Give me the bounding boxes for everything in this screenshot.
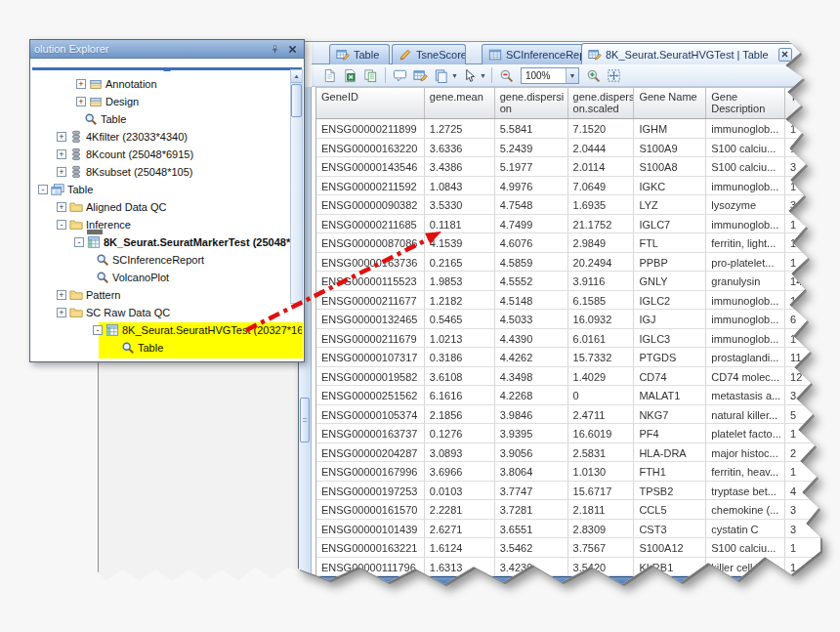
expand-icon[interactable]: + [57, 149, 66, 159]
pages-icon[interactable] [432, 66, 450, 85]
column-header-geneid[interactable]: GeneID [316, 88, 425, 118]
column-header-gene-mean[interactable]: gene.mean [425, 88, 495, 118]
expand-icon[interactable]: + [57, 308, 66, 317]
column-header-gene-dispersi-on[interactable]: gene.dispersi on [495, 88, 568, 118]
table-horizontal-scrollbar[interactable] [312, 576, 835, 588]
collapse-icon[interactable]: - [74, 237, 84, 247]
column-header-gene-dispersi-on-scaled[interactable]: gene.dispersi on.scaled [568, 88, 635, 118]
table-row[interactable]: ENSG000002116850.11814.749921.1752IGLC7i… [316, 215, 835, 234]
zoom-in-icon[interactable] [584, 66, 603, 85]
cursor-dropdown-icon[interactable]: ▼ [480, 72, 486, 79]
expand-icon[interactable]: + [76, 79, 86, 89]
expand-icon[interactable]: + [57, 132, 66, 142]
table-row[interactable]: ENSG000001637370.12763.939516.6019PF4pla… [316, 424, 835, 443]
tree-item-8ksubset-25048-105[interactable]: +8Ksubset (25048*105) [30, 163, 304, 181]
tree-item-table[interactable]: -Table [30, 181, 304, 198]
table-cell: CD74 [634, 367, 706, 386]
column-header-gene-description[interactable]: Gene Description [706, 88, 785, 118]
tree-item-4kfilter-23033-4340[interactable]: +4Kfilter (23033*4340) [30, 128, 304, 146]
expand-icon[interactable]: + [57, 290, 66, 300]
grid-pencil-icon[interactable] [411, 66, 430, 85]
table-cell: 1.0213 [425, 329, 495, 348]
table-row[interactable]: ENSG000001155231.98534.55523.9116GNLYgra… [316, 272, 835, 291]
tree-item-8k-seurat-seurathvgtest-20327-16[interactable]: -8K_Seurat.SeuratHVGTest (20327*16) [30, 321, 304, 339]
tree-item-table[interactable]: Table [30, 339, 304, 357]
fit-window-icon[interactable] [605, 66, 623, 85]
close-icon[interactable] [285, 42, 300, 57]
table-row[interactable]: ENSG000002115921.08434.99767.0649IGKCimm… [316, 177, 835, 196]
tab-8k-seurat-seurathvgtest-table[interactable]: 8K_Seurat.SeuratHVGTest | Table [581, 43, 813, 64]
table-row[interactable]: ENSG000002515626.16164.22680MALAT1metast… [316, 386, 835, 405]
tab-table[interactable]: Table [329, 44, 390, 64]
table-cell: tryptase bet... [706, 482, 785, 500]
pin-icon[interactable] [268, 42, 282, 57]
table-cell: 1 [785, 558, 835, 576]
table-row[interactable]: ENSG000001632211.61243.54623.7567S100A12… [316, 538, 835, 558]
table-cell: 3.5330 [425, 195, 495, 214]
vertical-scrollbar-thumb[interactable] [300, 398, 310, 442]
pages-dropdown-icon[interactable]: ▼ [451, 72, 458, 79]
table-cell: 3 [785, 386, 835, 404]
tree-item-inference[interactable]: -Inference [30, 216, 304, 233]
tab-close-icon[interactable] [778, 48, 792, 62]
table-row[interactable]: ENSG000001679963.69663.80641.0130FTH1fer… [316, 462, 835, 482]
solution-explorer-header[interactable]: olution Explorer [30, 40, 304, 59]
table-row[interactable]: ENSG000000870864.15394.60762.9849FTLferr… [316, 233, 835, 253]
table-row[interactable]: ENSG000002116791.02134.43906.0161IGLC3im… [316, 329, 835, 349]
new-page-icon[interactable] [320, 66, 339, 85]
tab-scinferencereport[interactable]: SCInferenceReport [482, 44, 583, 64]
table-row[interactable]: ENSG000001632203.63365.24392.0444S100A9S… [316, 139, 835, 158]
combobox-dropdown-icon[interactable]: ▼ [566, 68, 578, 83]
expand-icon[interactable]: + [57, 202, 66, 212]
table-cell: immunoglob... [706, 310, 785, 328]
table-cell: 3.6966 [425, 462, 495, 481]
tree-item-table[interactable]: Table [30, 110, 304, 128]
export-excel-icon[interactable] [341, 66, 359, 85]
column-header-tra[interactable]: Tra [785, 88, 835, 118]
tree-scrollbar-thumb[interactable] [291, 84, 302, 117]
tree-item-pattern[interactable]: +Pattern [30, 286, 304, 304]
table-row[interactable]: ENSG000001324650.54654.503316.0932IGJimm… [316, 310, 835, 329]
collapse-icon[interactable]: - [57, 220, 66, 230]
table-cell: 1.0843 [425, 177, 495, 195]
table-row[interactable]: ENSG000000195823.61084.34981.4029CD74CD7… [316, 367, 835, 387]
table-row[interactable]: ENSG000001435463.43865.19772.0114S100A8S… [316, 157, 835, 177]
table-row[interactable]: ENSG000002042873.08933.90562.5831HLA-DRA… [316, 443, 835, 463]
table-cell: 1 [785, 215, 835, 233]
scrollbar-up-arrow[interactable]: ▲ [291, 70, 302, 83]
table-cell: IGJ [634, 310, 706, 328]
collapse-icon[interactable]: - [38, 185, 48, 194]
zoom-level-combobox[interactable]: 100%▼ [521, 67, 579, 84]
table-row[interactable]: ENSG000001053742.18563.98462.4711NKG7nat… [316, 405, 835, 425]
cursor-icon[interactable] [460, 66, 479, 85]
tree-item-scinferencereport[interactable]: SCInferenceReport [30, 251, 304, 269]
table-row[interactable]: ENSG000002118991.27255.58417.1520IGHMimm… [316, 119, 835, 139]
table-cell: ENSG00000211679 [316, 329, 425, 348]
table-row[interactable]: ENSG000001014392.62713.65512.8309CST3cys… [316, 520, 835, 539]
table-row[interactable]: ENSG000001073170.31864.426215.7332PTGDSp… [316, 348, 835, 367]
expand-icon[interactable]: + [76, 97, 86, 106]
callout-icon[interactable] [391, 66, 409, 85]
table-row[interactable]: ENSG000000903823.53304.75481.6935LYZlyso… [316, 195, 835, 215]
tree-scrollbar[interactable]: ▲ [290, 69, 303, 304]
table-row[interactable]: ENSG000001615702.22813.72812.1811CCL5che… [316, 500, 835, 520]
table-cell: 2.1856 [425, 405, 495, 424]
column-header-gene-name[interactable]: Gene Name [634, 88, 706, 118]
tree-item-8kcount-25048-6915[interactable]: +8Kcount (25048*6915) [30, 146, 304, 163]
table-row[interactable]: ENSG000001117961.63133.42303.5420KLRB1ki… [316, 558, 835, 577]
table-cell: 1 [785, 119, 835, 138]
expand-icon[interactable]: + [57, 167, 66, 177]
tree-item-volcanoplot[interactable]: VolcanoPlot [30, 269, 304, 286]
zoom-out-icon[interactable] [497, 66, 516, 85]
tree-item-aligned-data-qc[interactable]: +Aligned Data QC [30, 198, 304, 216]
tree-item-8k-seurat-seuratmarkertest-25048-20[interactable]: -8K_Seurat.SeuratMarkerTest (25048*20 [30, 233, 304, 251]
copy-page-icon[interactable] [361, 66, 380, 85]
table-row[interactable]: ENSG000001637360.21654.585920.2494PPBPpr… [316, 253, 835, 273]
table-row[interactable]: ENSG000001972530.01033.774715.6717TPSB2t… [316, 482, 835, 501]
tree-item-sc-raw-data-qc[interactable]: +SC Raw Data QC [30, 304, 304, 321]
tree-item-design[interactable]: +Design [30, 93, 304, 110]
table-row[interactable]: ENSG000002116771.21824.51486.1585IGLC2im… [316, 291, 835, 311]
tree-item-annotation[interactable]: +Annotation [30, 75, 304, 93]
tab-tsnescores[interactable]: TsneScores [392, 44, 466, 64]
collapse-icon[interactable]: - [93, 325, 103, 335]
